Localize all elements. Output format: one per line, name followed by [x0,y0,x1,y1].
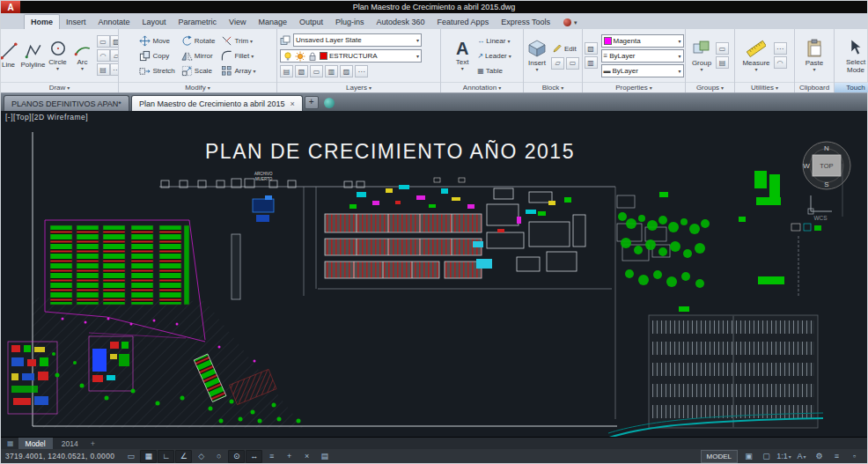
ducs-toggle[interactable]: ≡ [263,450,280,463]
ribbon-tab-express-tools[interactable]: Express Tools [495,15,556,29]
layout-grid-icon[interactable] [4,439,17,447]
select-mode-button[interactable]: Select Mode [841,38,868,74]
osnap3d-toggle[interactable]: ⊙ [228,450,245,463]
quick-calc-icon[interactable] [774,56,787,69]
infer-constraints-toggle[interactable]: ▭ [122,450,139,463]
lineweight-dropdown[interactable]: ByLayer [601,64,684,77]
layer-state-dropdown[interactable]: Unsaved Layer State [293,33,422,47]
match-properties-icon[interactable] [585,42,598,55]
more-draw-tools-icon[interactable] [110,63,119,76]
group-edit-icon[interactable] [716,56,729,69]
rectangle-tool-icon[interactable] [97,35,110,48]
layer-more-icon[interactable] [355,65,368,77]
grid-toggle[interactable]: ∟ [158,450,174,463]
drawing-canvas[interactable]: ARCHIVO MUERTO [1,111,867,437]
model-tab[interactable]: Model [18,438,53,449]
layer-lock-icon[interactable] [340,65,353,77]
layer-properties-icon[interactable] [280,65,293,77]
copy-button[interactable]: Copy [138,49,175,63]
fillet-button[interactable]: Fillet [220,49,256,63]
edit-block-button[interactable]: Edit [551,42,579,55]
groups-panel-footer[interactable]: Groups [686,82,734,92]
ribbon-options-icon[interactable] [563,18,571,26]
layer-state-icon[interactable] [280,35,291,46]
ribbon-tab-plugins[interactable]: Plug-ins [329,15,371,29]
status-menu-icon[interactable]: ≡ [828,450,845,463]
rotate-button[interactable]: Rotate [180,34,217,48]
object-color-dropdown[interactable]: Magenta [601,34,684,48]
trim-button[interactable]: Trim [220,34,256,48]
viewcube-top-face[interactable]: TOP [820,162,833,170]
ribbon-tab-insert[interactable]: Insert [60,15,92,29]
lwt-toggle[interactable]: × [298,450,315,463]
ellipse-tool-icon[interactable] [97,49,110,62]
array-button[interactable]: Array [220,64,256,77]
layer-isolate-icon[interactable] [310,65,323,77]
linetype-dropdown[interactable]: ByLayer [601,49,684,63]
table-button[interactable]: Table [476,64,512,77]
properties-panel-footer[interactable]: Properties [583,82,685,92]
block-attribute-icon[interactable] [551,57,564,70]
otrack-toggle[interactable]: ↔ [246,450,262,463]
gradient-tool-icon[interactable] [97,63,110,76]
file-tab-plan-maestro[interactable]: Plan Maestro de Crecimiento a abril 2015 [131,95,303,111]
modify-panel-footer[interactable]: Modify [119,82,276,92]
clean-screen-icon[interactable]: ▫ [846,450,863,463]
view-cube[interactable]: N W S TOP [803,142,850,189]
arc-button[interactable]: Arc [72,40,93,71]
draw-panel-footer[interactable]: Draw [1,82,118,92]
ribbon-tab-featured-apps[interactable]: Featured Apps [431,15,496,29]
annotation-visibility-button[interactable]: A [793,450,810,463]
osnap-toggle[interactable]: ○ [210,450,227,463]
layers-panel-footer[interactable]: Layers [277,82,440,92]
layout-quick-view-icon[interactable]: ▣ [740,450,757,463]
polar-toggle[interactable]: ◇ [193,450,210,463]
ribbon-tab-output[interactable]: Output [293,15,329,29]
ungroup-icon[interactable] [716,42,729,55]
ribbon-tab-view[interactable]: View [223,15,252,29]
scale-button[interactable]: Scale [180,64,217,77]
ribbon-tab-parametric[interactable]: Parametric [173,15,224,29]
ribbon-tab-autodesk360[interactable]: Autodesk 360 [371,15,431,29]
new-tab-button[interactable] [305,96,319,109]
annotation-panel-footer[interactable]: Annotation [441,82,523,92]
region-tool-icon[interactable] [110,49,119,62]
block-define-icon[interactable] [566,57,579,70]
linear-dimension-button[interactable]: Linear [476,34,512,48]
autocad-logo[interactable]: A [1,1,20,13]
tpy-toggle[interactable]: ▤ [316,450,333,463]
stretch-button[interactable]: Stretch [138,64,175,77]
model-space-button[interactable]: MODEL [701,450,738,463]
ribbon-tab-manage[interactable]: Manage [252,15,293,29]
quick-select-icon[interactable] [774,42,787,55]
measure-button[interactable]: Measure [742,39,769,72]
file-tab-planos-definitivos[interactable]: PLANOS DEFINITIVOS APAN* [4,95,129,111]
mirror-button[interactable]: Mirror [180,49,217,63]
ortho-toggle[interactable]: ∠ [175,450,192,463]
ribbon-tab-home[interactable]: Home [24,14,60,29]
utilities-panel-footer[interactable]: Utilities [735,82,794,92]
coordinates-readout[interactable]: 3719.4001, 1240.0521, 0.0000 [5,452,114,460]
wcs-icon[interactable]: WCS [808,195,832,221]
block-panel-footer[interactable]: Block [524,82,582,92]
drawing-quick-view-icon[interactable]: ▢ [758,450,775,463]
group-button[interactable]: Group [691,39,712,72]
workspace-gear-icon[interactable]: ⚙ [811,450,828,463]
ribbon-tab-annotate[interactable]: Annotate [92,15,136,29]
ribbon-collapse-icon[interactable]: ▾ [574,19,577,26]
snap-toggle[interactable]: ▦ [140,450,157,463]
paste-button[interactable]: Paste [804,39,825,72]
viewport-controls[interactable]: [-][Top][2D Wireframe] [5,113,88,122]
layer-freeze-icon[interactable] [325,65,338,77]
leader-button[interactable]: Leader [476,49,512,63]
new-layout-icon[interactable] [87,439,99,448]
layer-off-icon[interactable] [295,65,308,77]
ribbon-tab-layout[interactable]: Layout [136,15,173,29]
insert-block-button[interactable]: Insert [526,39,548,72]
hatch-tool-icon[interactable] [110,35,119,48]
layout-tab-2014[interactable]: 2014 [55,438,85,449]
annotation-scale-button[interactable]: 1:1 [776,450,792,463]
text-button[interactable]: A Text [452,40,473,71]
polyline-button[interactable]: Polyline [23,42,44,69]
layer-dropdown[interactable]: ESTRUCTURA [280,49,422,63]
